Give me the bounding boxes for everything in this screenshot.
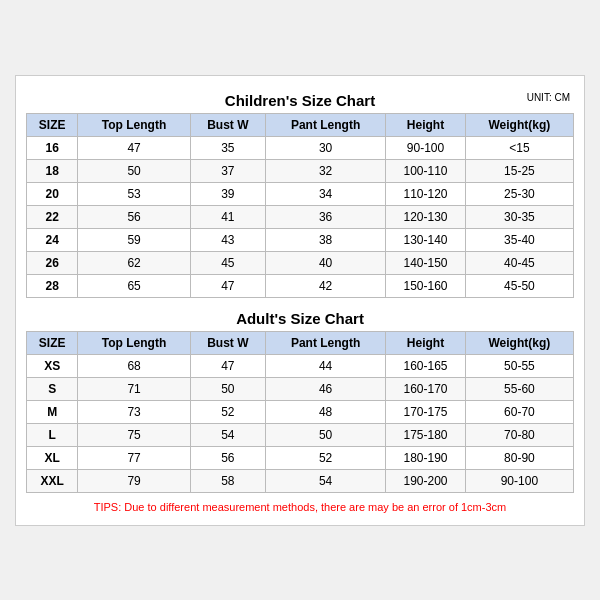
table-cell: 52 <box>265 446 385 469</box>
unit-label: UNIT: CM <box>527 92 570 103</box>
table-cell: 48 <box>265 400 385 423</box>
table-cell: 52 <box>190 400 265 423</box>
table-cell: 35 <box>190 136 265 159</box>
table-cell: 30-35 <box>465 205 573 228</box>
table-cell: 62 <box>78 251 191 274</box>
table-cell: 56 <box>190 446 265 469</box>
table-cell: 38 <box>265 228 385 251</box>
table-cell: 71 <box>78 377 191 400</box>
table-cell: 130-140 <box>386 228 465 251</box>
table-cell: 110-120 <box>386 182 465 205</box>
table-cell: 55-60 <box>465 377 573 400</box>
table-cell: 15-25 <box>465 159 573 182</box>
table-cell: 53 <box>78 182 191 205</box>
table-cell: 59 <box>78 228 191 251</box>
table-cell: 18 <box>27 159 78 182</box>
table-cell: 73 <box>78 400 191 423</box>
table-row: 22564136120-13030-35 <box>27 205 574 228</box>
children-header-row: SIZE Top Length Bust W Pant Length Heigh… <box>27 113 574 136</box>
table-cell: 28 <box>27 274 78 297</box>
table-row: 18503732100-11015-25 <box>27 159 574 182</box>
table-cell: 58 <box>190 469 265 492</box>
col-top-length-adult: Top Length <box>78 331 191 354</box>
col-size-adult: SIZE <box>27 331 78 354</box>
table-cell: 90-100 <box>386 136 465 159</box>
table-row: 20533934110-12025-30 <box>27 182 574 205</box>
table-cell: 45-50 <box>465 274 573 297</box>
table-cell: 36 <box>265 205 385 228</box>
table-cell: 24 <box>27 228 78 251</box>
table-cell: 32 <box>265 159 385 182</box>
adult-title: Adult's Size Chart <box>26 304 574 331</box>
table-cell: 100-110 <box>386 159 465 182</box>
table-cell: 54 <box>190 423 265 446</box>
table-row: 26624540140-15040-45 <box>27 251 574 274</box>
table-cell: 34 <box>265 182 385 205</box>
table-cell: 35-40 <box>465 228 573 251</box>
adult-header-row: SIZE Top Length Bust W Pant Length Heigh… <box>27 331 574 354</box>
table-cell: 42 <box>265 274 385 297</box>
table-row: 24594338130-14035-40 <box>27 228 574 251</box>
table-cell: 50-55 <box>465 354 573 377</box>
table-cell: 70-80 <box>465 423 573 446</box>
table-cell: 47 <box>78 136 191 159</box>
table-cell: 180-190 <box>386 446 465 469</box>
table-row: XXL795854190-20090-100 <box>27 469 574 492</box>
table-cell: 45 <box>190 251 265 274</box>
tips-text: TIPS: Due to different measurement metho… <box>26 499 574 515</box>
table-cell: 25-30 <box>465 182 573 205</box>
table-row: 28654742150-16045-50 <box>27 274 574 297</box>
table-cell: 175-180 <box>386 423 465 446</box>
children-table: SIZE Top Length Bust W Pant Length Heigh… <box>26 113 574 298</box>
table-cell: 140-150 <box>386 251 465 274</box>
children-title: Children's Size Chart UNIT: CM <box>26 86 574 113</box>
table-cell: 75 <box>78 423 191 446</box>
table-cell: M <box>27 400 78 423</box>
table-cell: 16 <box>27 136 78 159</box>
table-cell: 190-200 <box>386 469 465 492</box>
table-cell: 47 <box>190 274 265 297</box>
table-row: 1647353090-100<15 <box>27 136 574 159</box>
table-cell: XXL <box>27 469 78 492</box>
table-cell: 79 <box>78 469 191 492</box>
table-cell: 40-45 <box>465 251 573 274</box>
table-cell: 50 <box>265 423 385 446</box>
table-cell: XL <box>27 446 78 469</box>
table-cell: 150-160 <box>386 274 465 297</box>
col-weight-adult: Weight(kg) <box>465 331 573 354</box>
table-cell: 80-90 <box>465 446 573 469</box>
table-cell: 160-165 <box>386 354 465 377</box>
table-cell: XS <box>27 354 78 377</box>
col-size-children: SIZE <box>27 113 78 136</box>
chart-container: Children's Size Chart UNIT: CM SIZE Top … <box>15 75 585 526</box>
table-cell: 56 <box>78 205 191 228</box>
table-cell: L <box>27 423 78 446</box>
table-row: L755450175-18070-80 <box>27 423 574 446</box>
table-row: XS684744160-16550-55 <box>27 354 574 377</box>
table-cell: 120-130 <box>386 205 465 228</box>
table-cell: 43 <box>190 228 265 251</box>
table-cell: 41 <box>190 205 265 228</box>
adult-table: SIZE Top Length Bust W Pant Length Heigh… <box>26 331 574 493</box>
table-cell: 160-170 <box>386 377 465 400</box>
col-bust-w-children: Bust W <box>190 113 265 136</box>
table-cell: 54 <box>265 469 385 492</box>
table-cell: 90-100 <box>465 469 573 492</box>
col-weight-children: Weight(kg) <box>465 113 573 136</box>
table-cell: 44 <box>265 354 385 377</box>
table-row: M735248170-17560-70 <box>27 400 574 423</box>
table-cell: 22 <box>27 205 78 228</box>
col-height-adult: Height <box>386 331 465 354</box>
table-cell: 68 <box>78 354 191 377</box>
table-cell: 26 <box>27 251 78 274</box>
table-cell: 20 <box>27 182 78 205</box>
table-row: XL775652180-19080-90 <box>27 446 574 469</box>
table-cell: 60-70 <box>465 400 573 423</box>
table-cell: 170-175 <box>386 400 465 423</box>
table-row: S715046160-17055-60 <box>27 377 574 400</box>
adult-title-text: Adult's Size Chart <box>236 310 364 327</box>
table-cell: 65 <box>78 274 191 297</box>
table-cell: S <box>27 377 78 400</box>
table-cell: 30 <box>265 136 385 159</box>
children-title-text: Children's Size Chart <box>225 92 375 109</box>
